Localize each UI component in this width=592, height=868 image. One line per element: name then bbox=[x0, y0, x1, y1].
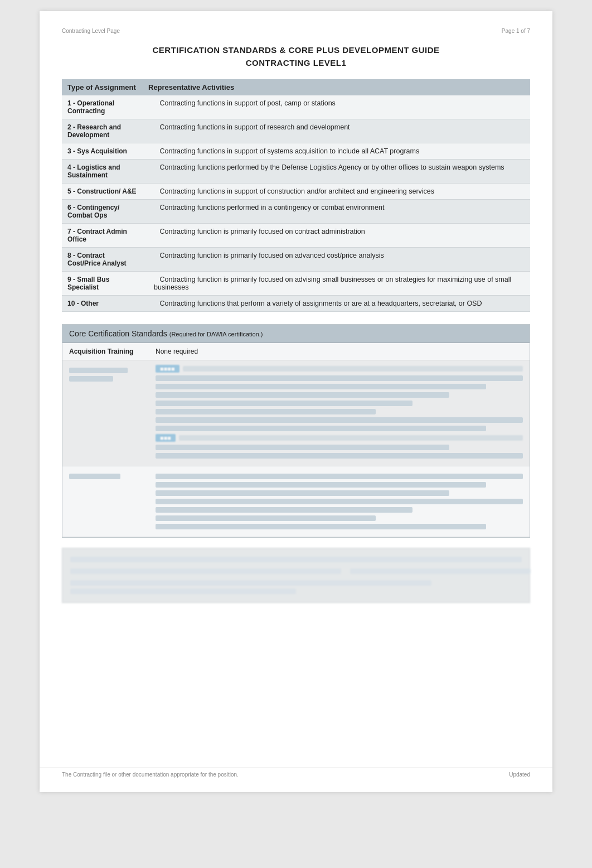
assignment-type-cell: 3 - Sys Acquisition bbox=[62, 143, 143, 160]
core-label-acquisition: Acquisition Training bbox=[62, 343, 149, 360]
assignment-activity-cell: Contracting functions in support of rese… bbox=[143, 119, 530, 143]
col-header-type: Type of Assignment bbox=[62, 79, 143, 95]
footer-right: Updated bbox=[509, 771, 530, 778]
core-content-blurred-1: ■■■■ ■■■ bbox=[149, 360, 530, 466]
table-header-row: Type of Assignment Representative Activi… bbox=[62, 79, 530, 95]
table-row: 1 - Operational Contracting Contracting … bbox=[62, 95, 530, 119]
assignment-activity-cell: Contracting function is primarily focuse… bbox=[143, 272, 530, 296]
core-value-acquisition: None required bbox=[149, 343, 530, 360]
core-section-header: Core Certification Standards (Required f… bbox=[62, 325, 530, 343]
table-row: 2 - Research and Development Contracting… bbox=[62, 119, 530, 143]
core-table-row-blurred-1: ■■■■ ■■■ bbox=[62, 360, 530, 466]
assignment-type-cell: 4 - Logistics and Sustainment bbox=[62, 160, 143, 184]
core-table-row-blurred-2 bbox=[62, 466, 530, 537]
assignment-tbody: 1 - Operational Contracting Contracting … bbox=[62, 95, 530, 312]
assignment-type-cell: 8 - Contract Cost/Price Analyst bbox=[62, 248, 143, 272]
assignment-type-cell: 7 - Contract Admin Office bbox=[62, 224, 143, 248]
assignment-type-cell: 6 - Contingency/ Combat Ops bbox=[62, 200, 143, 224]
table-row: 4 - Logistics and Sustainment Contractin… bbox=[62, 160, 530, 184]
assignment-type-cell: 5 - Construction/ A&E bbox=[62, 184, 143, 200]
assignment-type-cell: 10 - Other bbox=[62, 296, 143, 312]
col-header-activity: Representative Activities bbox=[143, 79, 530, 95]
table-row: 9 - Small Bus Specialist Contracting fun… bbox=[62, 272, 530, 296]
table-row: 10 - Other Contracting functions that pe… bbox=[62, 296, 530, 312]
footer-bar: The Contracting file or other documentat… bbox=[40, 768, 552, 781]
footer-left: The Contracting file or other documentat… bbox=[62, 771, 239, 778]
core-label-blurred-2 bbox=[62, 466, 149, 537]
table-row: 5 - Construction/ A&E Contracting functi… bbox=[62, 184, 530, 200]
assignment-activity-cell: Contracting function is primarily focuse… bbox=[143, 224, 530, 248]
assignment-type-cell: 2 - Research and Development bbox=[62, 119, 143, 143]
assignment-activity-cell: Contracting functions performed by the D… bbox=[143, 160, 530, 184]
table-row: 8 - Contract Cost/Price Analyst Contract… bbox=[62, 248, 530, 272]
header-left: Contracting Level Page bbox=[62, 28, 120, 34]
core-label-blurred-1 bbox=[62, 360, 149, 466]
assignment-type-cell: 1 - Operational Contracting bbox=[62, 95, 143, 119]
assignment-activity-cell: Contracting functions in support of post… bbox=[143, 95, 530, 119]
table-row: 6 - Contingency/ Combat Ops Contracting … bbox=[62, 200, 530, 224]
core-section-subtitle: (Required for DAWIA certification.) bbox=[169, 331, 263, 337]
header-right: Page 1 of 7 bbox=[502, 28, 530, 34]
assignment-type-cell: 9 - Small Bus Specialist bbox=[62, 272, 143, 296]
assignment-table: Type of Assignment Representative Activi… bbox=[62, 79, 530, 312]
table-row: 3 - Sys Acquisition Contracting function… bbox=[62, 143, 530, 160]
core-content-blurred-2 bbox=[149, 466, 530, 537]
bottom-blurred-section bbox=[62, 548, 530, 603]
assignment-activity-cell: Contracting functions performed in a con… bbox=[143, 200, 530, 224]
doc-title-line2: CONTRACTING LEVEL1 bbox=[246, 58, 347, 67]
header-bar: Contracting Level Page Page 1 of 7 bbox=[62, 28, 530, 34]
doc-title-line1: CERTIFICATION STANDARDS & CORE PLUS DEVE… bbox=[152, 45, 439, 55]
doc-title: CERTIFICATION STANDARDS & CORE PLUS DEVE… bbox=[62, 44, 530, 69]
assignment-activity-cell: Contracting functions in support of cons… bbox=[143, 184, 530, 200]
table-row: 7 - Contract Admin Office Contracting fu… bbox=[62, 224, 530, 248]
assignment-activity-cell: Contracting functions that perform a var… bbox=[143, 296, 530, 312]
core-table-row-acquisition: Acquisition Training None required bbox=[62, 343, 530, 360]
page-wrapper: Contracting Level Page Page 1 of 7 CERTI… bbox=[40, 11, 552, 792]
core-table: Acquisition Training None required ■■■■ bbox=[62, 343, 530, 537]
assignment-activity-cell: Contracting functions in support of syst… bbox=[143, 143, 530, 160]
core-section-title: Core Certification Standards bbox=[69, 329, 167, 338]
core-section: Core Certification Standards (Required f… bbox=[62, 324, 530, 538]
assignment-activity-cell: Contracting function is primarily focuse… bbox=[143, 248, 530, 272]
